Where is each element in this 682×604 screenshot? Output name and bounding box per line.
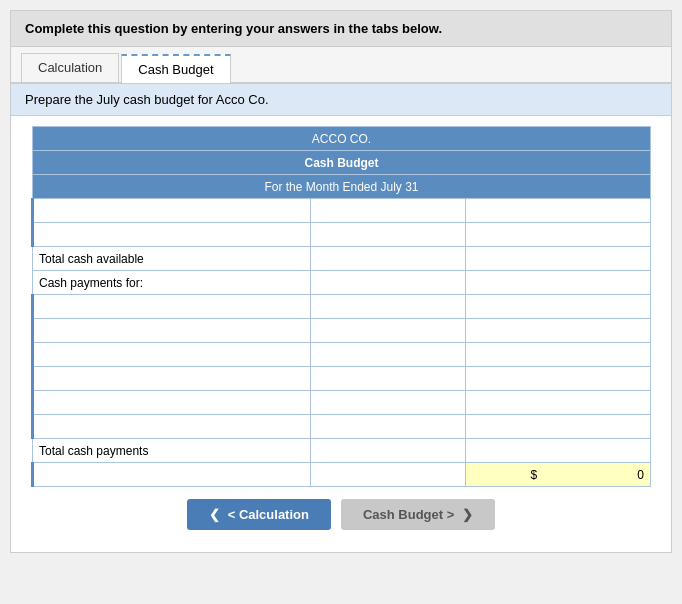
cash-payments-input — [311, 271, 466, 295]
table-row — [33, 415, 651, 439]
label-field-6[interactable] — [34, 319, 310, 342]
label-input-10[interactable] — [33, 415, 311, 439]
table-row — [33, 391, 651, 415]
value-field-8[interactable] — [311, 367, 465, 390]
table-row-cash-payments-header: Cash payments for: — [33, 271, 651, 295]
label-input-8[interactable] — [33, 367, 311, 391]
tab-cash-budget[interactable]: Cash Budget — [121, 54, 230, 83]
final-amount-input[interactable] — [541, 468, 644, 482]
tab-calculation[interactable]: Calculation — [21, 53, 119, 82]
table-row — [33, 343, 651, 367]
table-row — [33, 295, 651, 319]
value-field-6[interactable] — [311, 319, 465, 342]
amount-cell-2 — [465, 223, 650, 247]
input-cell-7[interactable] — [311, 343, 466, 367]
table-row-total-payments: Total cash payments — [33, 439, 651, 463]
label-field-8[interactable] — [34, 367, 310, 390]
dollar-sign: $ — [531, 468, 538, 482]
table-title: Cash Budget — [33, 151, 651, 175]
total-available-label: Total cash available — [33, 247, 311, 271]
company-name: ACCO CO. — [33, 127, 651, 151]
table-row — [33, 367, 651, 391]
cash-payments-label: Cash payments for: — [33, 271, 311, 295]
main-content: ACCO CO. Cash Budget For the Month Ended… — [11, 116, 671, 552]
question-text: Prepare the July cash budget for Acco Co… — [25, 92, 269, 107]
question-bar: Prepare the July cash budget for Acco Co… — [11, 84, 671, 116]
table-row — [33, 223, 651, 247]
input-cell-8[interactable] — [311, 367, 466, 391]
total-available-amount — [465, 247, 650, 271]
amount-cell-9 — [465, 391, 650, 415]
tabs-bar: Calculation Cash Budget — [11, 47, 671, 84]
cash-payments-amount — [465, 271, 650, 295]
chevron-left-icon: ❮ — [209, 507, 220, 522]
chevron-right-icon: ❯ — [462, 507, 473, 522]
value-field-5[interactable] — [311, 295, 465, 318]
label-input-9[interactable] — [33, 391, 311, 415]
value-field-9[interactable] — [311, 391, 465, 414]
label-field-9[interactable] — [34, 391, 310, 414]
input-cell-2[interactable] — [311, 223, 466, 247]
table-row-total-available: Total cash available — [33, 247, 651, 271]
total-payments-amount — [465, 439, 650, 463]
amount-cell-1 — [465, 199, 650, 223]
amount-cell-7 — [465, 343, 650, 367]
label-input-7[interactable] — [33, 343, 311, 367]
instruction-text: Complete this question by entering your … — [25, 21, 442, 36]
table-row — [33, 199, 651, 223]
table-row-final: $ — [33, 463, 651, 487]
value-field-1[interactable] — [311, 199, 465, 222]
value-field-7[interactable] — [311, 343, 465, 366]
label-input-5[interactable] — [33, 295, 311, 319]
label-input-final[interactable] — [33, 463, 311, 487]
input-cell-10[interactable] — [311, 415, 466, 439]
label-field-2[interactable] — [34, 223, 310, 246]
final-input-col — [311, 463, 466, 487]
back-button[interactable]: ❮ < Calculation — [187, 499, 331, 530]
forward-button[interactable]: Cash Budget > ❯ — [341, 499, 495, 530]
label-field-7[interactable] — [34, 343, 310, 366]
input-cell-9[interactable] — [311, 391, 466, 415]
label-field-10[interactable] — [34, 415, 310, 438]
value-field-10[interactable] — [311, 415, 465, 438]
amount-cell-6 — [465, 319, 650, 343]
label-input-6[interactable] — [33, 319, 311, 343]
input-cell-5[interactable] — [311, 295, 466, 319]
amount-cell-8 — [465, 367, 650, 391]
label-field-final[interactable] — [34, 463, 310, 486]
table-row — [33, 319, 651, 343]
final-amount-cell[interactable]: $ — [465, 463, 650, 487]
input-cell-1[interactable] — [311, 199, 466, 223]
instruction-bar: Complete this question by entering your … — [11, 11, 671, 47]
label-field-5[interactable] — [34, 295, 310, 318]
value-field-2[interactable] — [311, 223, 465, 246]
main-container: Complete this question by entering your … — [10, 10, 672, 553]
amount-cell-10 — [465, 415, 650, 439]
budget-table: ACCO CO. Cash Budget For the Month Ended… — [31, 126, 651, 487]
amount-cell-5 — [465, 295, 650, 319]
label-input-2[interactable] — [33, 223, 311, 247]
total-payments-label: Total cash payments — [33, 439, 311, 463]
total-available-input — [311, 247, 466, 271]
footer-nav: ❮ < Calculation Cash Budget > ❯ — [31, 487, 651, 536]
input-cell-6[interactable] — [311, 319, 466, 343]
total-payments-input — [311, 439, 466, 463]
label-input-1[interactable] — [33, 199, 311, 223]
table-period: For the Month Ended July 31 — [33, 175, 651, 199]
label-field-1[interactable] — [34, 199, 310, 222]
